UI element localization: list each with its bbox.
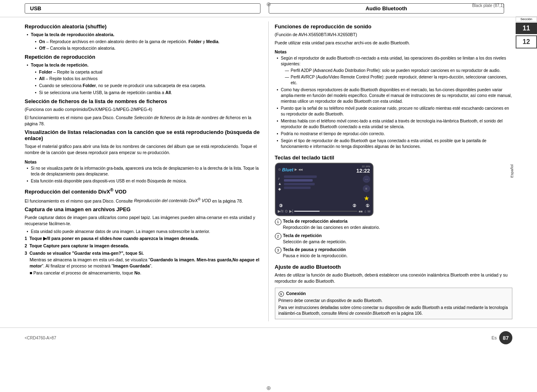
reproduccion-aleatoria-list: Toque la tecla de reproducción aleatoria…	[25, 32, 262, 51]
jpeg-sub: Esta unidad sólo puede almacenar datos d…	[25, 229, 262, 235]
list-item: Toque la tecla de reproducción aleatoria…	[27, 32, 262, 51]
dash-item: Perfil A2DP (Advanced Audio Distribution…	[285, 68, 513, 74]
visualizacion-title: Visualización de listas relacionadas con…	[25, 129, 262, 141]
bottom-crosshair: ⊕	[266, 385, 271, 391]
step-2: 2 Toque Capture para capturar la imagen …	[25, 243, 262, 248]
notas-list: Si no se visualiza parte de la informaci…	[25, 166, 262, 184]
funciones-subtitle: (Función de AVH-X5650BT/AVH-X2650BT)	[275, 32, 513, 38]
key-3-desc: 3 Tecla de pausa y reproducción Pausa e …	[275, 247, 513, 258]
section-nav: Sección 11 12	[516, 16, 537, 48]
step-3: 3 Cuando se visualice "Guardar esta ima-…	[25, 251, 262, 276]
funciones-title: Funciones de reproducción de sonido	[275, 23, 513, 30]
seleccion-body: El funcionamiento es el mismo que para D…	[25, 115, 262, 127]
dash-list: Perfil A2DP (Advanced Audio Distribution…	[281, 68, 513, 86]
page-container: Black plate (87,1) ⊕ Sección 11 12 Españ…	[0, 0, 537, 392]
list-item: Toque la tecla de repetición. Folder – R…	[27, 62, 262, 95]
progress-bar	[294, 211, 357, 212]
repeticion-title: Repetición de reproducción	[25, 54, 262, 60]
section-jpeg: Captura de una imagen en archivos JPEG P…	[25, 206, 262, 277]
sub-item: All – Repite todos los archivos	[35, 76, 262, 82]
audio-bt-header: Audio Bluetooth	[269, 3, 505, 14]
jpeg-title: Captura de una imagen en archivos JPEG	[25, 206, 262, 212]
sub-list: Folder – Repite la carpeta actual All – …	[31, 69, 262, 96]
right-column: Funciones de reproducción de sonido (Fun…	[269, 21, 537, 321]
right-icons-col: ⋯ ≡ ★	[363, 175, 370, 202]
section-teclas-tactil: Teclas del teclado táctil ⊙ Bluet ▶ ◀◀	[275, 154, 513, 258]
page-number: 87	[499, 331, 512, 344]
teclas-title: Teclas del teclado táctil	[275, 154, 513, 161]
main-content: Reproducción aleatoria (shuffle) Toque l…	[0, 17, 537, 325]
nota-item: Como hay diversos reproductores de audio…	[277, 87, 513, 104]
device-frame: ⊙ Bluet ▶ ◀◀ 22 JAN 12:22	[275, 163, 373, 216]
seleccion-subtitle: (Funciona con audio comprimido/DivX/MPEG…	[25, 106, 262, 113]
progress-fill	[294, 211, 320, 212]
text-block	[284, 179, 313, 182]
icon-circle: ≡	[363, 185, 370, 192]
sub-item: Cuando se selecciona Folder, no se puede…	[35, 83, 262, 89]
step-1: 1 Toque ▶/II para poner en pausa el slid…	[25, 236, 262, 241]
section-visualizacion: Visualización de listas relacionadas con…	[25, 129, 262, 156]
divx-body: El funcionamiento es el mismo que para D…	[25, 197, 262, 204]
sub-item: Off – Cancela la reproducción aleatoria.	[35, 45, 262, 51]
item-main: Toque la tecla de reproducción aleatoria…	[31, 32, 114, 37]
key-num-3: 3	[275, 247, 281, 254]
notas-box: Notas Si no se visualiza parte de la inf…	[25, 159, 262, 184]
section-ajuste-audio: Ajuste de audio Bluetooth Antes de utili…	[275, 264, 513, 320]
sub-item: Si se selecciona una fuente USB, la gama…	[35, 90, 262, 96]
text-block	[284, 187, 311, 189]
text-blocks	[284, 175, 361, 202]
dash-item: Perfil AVRCP (Audio/Video Remote Control…	[285, 74, 513, 86]
screen-left-icons: ♪ ▲ ◆	[278, 176, 282, 202]
nota-item: Según el tipo de reproductor de audio Bl…	[277, 138, 513, 150]
screen-top-row: ⊙ Bluet ▶ ◀◀ 22 JAN 12:22	[276, 164, 373, 175]
nota-item: Mientras habla con el teléfono móvil con…	[277, 118, 513, 130]
conexion-title: Conexión	[286, 291, 306, 296]
usb-header: USB	[25, 3, 260, 14]
step-3-sub1: Mientras se almacena la imagen en esta u…	[30, 257, 262, 269]
key-1-desc: 1 Tecla de reproducción aleatoria Reprod…	[275, 218, 513, 230]
reproduccion-aleatoria-title: Reproducción aleatoria (shuffle)	[25, 23, 262, 30]
sub-item: Folder – Repite la carpeta actual	[35, 69, 262, 75]
device-mockup-area: ⊙ Bluet ▶ ◀◀ 22 JAN 12:22	[275, 163, 378, 216]
ajuste-title: Ajuste de audio Bluetooth	[275, 264, 513, 270]
seleccion-title: Selección de ficheros de la lista de nom…	[25, 98, 262, 104]
footer-code: <CRD4760-A>87	[25, 336, 56, 340]
visualizacion-body: Toque el material gráfico para abrir una…	[25, 143, 262, 156]
icon-circle: ⋯	[363, 175, 370, 183]
step-3-sub2: ■ Para cancelar el proceso de almacenami…	[30, 270, 262, 276]
conexion-num: 1	[279, 291, 284, 297]
text-block	[284, 175, 317, 178]
nota-item: Podría no mostrarse el tiempo de reprodu…	[277, 131, 513, 137]
conexion-box: 1 Conexión Primero debe conectar un disp…	[275, 288, 513, 319]
funciones-notas-list: Según el reproductor de audio Bluetooth …	[275, 55, 513, 150]
ajuste-body: Antes de utilizar la función de audio Bl…	[275, 272, 513, 284]
notas-title: Notas	[25, 159, 262, 164]
key-2-desc: 2 Tecla de repetición Selección de gama …	[275, 233, 513, 244]
section-repeticion: Repetición de reproducción Toque la tecl…	[25, 54, 262, 95]
nota-item: Según el reproductor de audio Bluetooth …	[277, 55, 513, 86]
screen-mid: ♪ ▲ ◆ ⋯	[276, 175, 373, 203]
funciones-notas: Notas Según el reproductor de audio Blue…	[275, 49, 513, 150]
list-item: Esta unidad sólo puede almacenar datos d…	[27, 229, 262, 235]
header-bar: USB Audio Bluetooth	[0, 0, 537, 17]
star-icon: ★	[364, 194, 369, 202]
funciones-body: Puede utilizar esta unidad para escuchar…	[275, 40, 513, 46]
nota-item: Puesto que la señal de su teléfono móvil…	[277, 106, 513, 117]
section-divx: Reproducción del contenido DivX® VOD El …	[25, 187, 262, 204]
section-seleccion-ficheros: Selección de ficheros de la lista de nom…	[25, 98, 262, 127]
key-num-2: 2	[275, 233, 281, 240]
language-label: Español	[510, 164, 514, 178]
section-11: 11	[516, 23, 537, 34]
footer: <CRD4760-A>87 Es 87	[0, 327, 537, 348]
screen-bottom: ▶/II ⊙ ▶| ■■ ♫ M	[278, 209, 371, 213]
divx-title: Reproducción del contenido DivX® VOD	[25, 187, 262, 195]
footer-lang: Es	[491, 335, 497, 340]
funciones-notas-title: Notas	[275, 49, 513, 54]
section-funciones: Funciones de reproducción de sonido (Fun…	[275, 23, 513, 150]
sub-item: On – Reproduce archivos en orden aleator…	[35, 39, 262, 45]
text-block	[284, 183, 315, 185]
sub-list: On – Reproduce archivos en orden aleator…	[31, 39, 262, 51]
key-descriptions: 1 Tecla de reproducción aleatoria Reprod…	[275, 218, 513, 258]
jpeg-body: Puede capturar datos de imagen para util…	[25, 214, 262, 227]
repeticion-list: Toque la tecla de repetición. Folder – R…	[25, 62, 262, 95]
